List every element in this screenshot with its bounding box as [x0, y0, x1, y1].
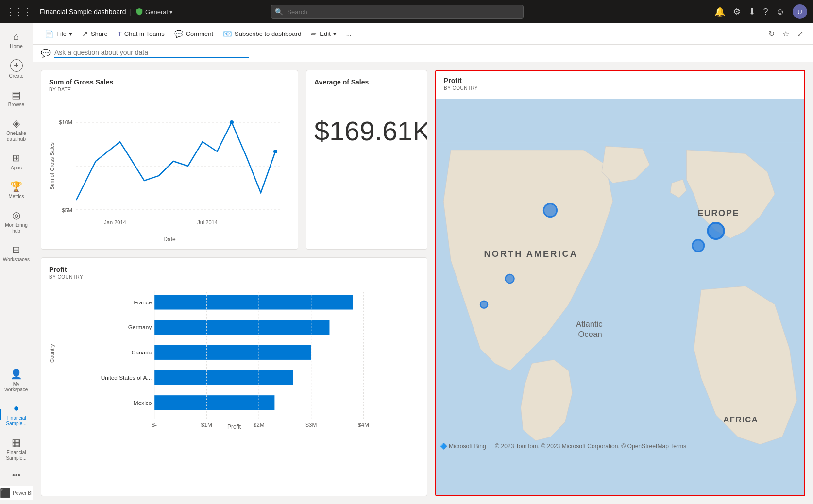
- grid-icon[interactable]: ⋮⋮⋮: [6, 6, 32, 17]
- map-header: Profit BY COUNTRY: [436, 71, 804, 99]
- svg-text:$3M: $3M: [305, 421, 317, 428]
- bar-chart-title: Profit: [49, 266, 419, 273]
- browse-icon: ▤: [12, 89, 21, 101]
- search-input[interactable]: [271, 5, 524, 19]
- favorite-icon[interactable]: ☆: [780, 27, 791, 40]
- comment-label: Comment: [186, 30, 213, 37]
- svg-rect-27: [154, 295, 353, 309]
- map-tile: Profit BY COUNTRY: [435, 70, 805, 496]
- sidebar-item-label: Browse: [8, 102, 24, 108]
- refresh-icon[interactable]: ↻: [766, 27, 777, 40]
- more-options-button[interactable]: ...: [342, 28, 356, 40]
- line-chart-title: Sum of Gross Sales: [49, 78, 290, 86]
- sidebar-item-financial-sample-1[interactable]: ● FinancialSample...: [0, 399, 33, 431]
- dashboard-title: Financial Sample dashboard: [40, 8, 126, 16]
- line-chart-subtitle: BY DATE: [49, 87, 290, 92]
- sidebar-item-onelake[interactable]: ◈ OneLakedata hub: [0, 114, 33, 146]
- main-layout: ⌂ Home + Create ▤ Browse ◈ OneLakedata h…: [0, 23, 813, 504]
- svg-text:Jan 2014: Jan 2014: [104, 219, 126, 225]
- chat-label: Chat in Teams: [124, 30, 165, 37]
- svg-text:$4M: $4M: [358, 421, 369, 428]
- face-icon[interactable]: ☺: [776, 7, 785, 17]
- svg-text:United States of A...: United States of A...: [101, 374, 152, 381]
- powerbi-text: Power BI: [13, 490, 33, 496]
- sidebar-item-create[interactable]: + Create: [0, 55, 33, 83]
- ask-question-input[interactable]: [54, 49, 249, 58]
- file-label: File: [56, 30, 67, 37]
- sidebar-item-browse[interactable]: ▤ Browse: [0, 85, 33, 112]
- subscribe-button[interactable]: 📧 Subscribe to dashboard: [219, 27, 305, 41]
- chevron-down-icon[interactable]: ▾: [169, 8, 173, 16]
- sidebar: ⌂ Home + Create ▤ Browse ◈ OneLakedata h…: [0, 23, 33, 504]
- edit-icon: ✏: [311, 30, 317, 38]
- svg-point-18: [708, 223, 724, 239]
- dashboard: Sum of Gross Sales BY DATE Sum of Gross …: [33, 62, 813, 504]
- teams-icon: T: [118, 30, 122, 38]
- comment-button[interactable]: 💬 Comment: [170, 27, 217, 41]
- sidebar-item-home[interactable]: ⌂ Home: [0, 27, 33, 53]
- avg-sales-value: $169.61K: [314, 115, 419, 147]
- workspaces-icon: ⊟: [12, 244, 20, 255]
- fullscreen-icon[interactable]: ⤢: [795, 27, 805, 40]
- svg-text:$5M: $5M: [62, 207, 72, 213]
- topbar-icons: 🔔 ⚙ ⬇ ? ☺ U: [714, 4, 807, 19]
- more-icon: •••: [12, 471, 20, 480]
- toolbar: 📄 File ▾ ↗ Share T Chat in Teams 💬 Comme…: [33, 23, 813, 45]
- toolbar-right: ↻ ☆ ⤢: [766, 27, 805, 40]
- x-axis-label: Date: [49, 236, 290, 243]
- sidebar-item-label: Workspaces: [3, 257, 30, 263]
- sidebar-item-metrics[interactable]: 🏆 Metrics: [0, 177, 33, 203]
- svg-text:AFRICA: AFRICA: [723, 415, 758, 424]
- svg-text:$2M: $2M: [254, 421, 265, 428]
- svg-text:NORTH AMERICA: NORTH AMERICA: [484, 249, 578, 259]
- svg-text:$10M: $10M: [59, 119, 72, 125]
- share-icon: ↗: [82, 30, 88, 38]
- sidebar-item-label: Monitoringhub: [5, 222, 28, 234]
- topbar-title: Financial Sample dashboard | General ▾: [40, 8, 173, 16]
- svg-point-17: [480, 301, 488, 308]
- edit-button[interactable]: ✏ Edit ▾: [307, 27, 340, 41]
- sidebar-item-monitoring[interactable]: ◎ Monitoringhub: [0, 205, 33, 238]
- sidebar-item-more[interactable]: •••: [0, 467, 33, 484]
- ask-bar: 💬: [33, 45, 813, 62]
- svg-text:Mexico: Mexico: [134, 400, 152, 406]
- svg-rect-29: [154, 345, 311, 360]
- settings-icon[interactable]: ⚙: [733, 6, 741, 17]
- more-icon: ...: [346, 30, 352, 37]
- svg-text:France: France: [134, 299, 152, 306]
- y-axis-label: Sum of Gross Sales: [49, 98, 55, 234]
- subscribe-label: Subscribe to dashboard: [235, 30, 301, 37]
- sidebar-item-label: FinancialSample...: [6, 415, 26, 427]
- sidebar-item-label: Create: [9, 73, 23, 79]
- share-label: Share: [91, 30, 108, 37]
- avatar[interactable]: U: [793, 4, 807, 19]
- chevron-down-icon: ▾: [69, 30, 72, 37]
- svg-rect-30: [154, 370, 293, 385]
- sidebar-item-financial-sample-2[interactable]: ▦ FinancialSample...: [0, 433, 33, 465]
- bar-chart-svg: France Germany Canada United States of A…: [57, 286, 419, 421]
- sidebar-item-my-workspace[interactable]: 👤 Myworkspace: [0, 364, 33, 397]
- sidebar-item-apps[interactable]: ⊞ Apps: [0, 148, 33, 175]
- share-button[interactable]: ↗ Share: [78, 27, 112, 41]
- my-workspace-icon: 👤: [10, 368, 22, 380]
- download-icon[interactable]: ⬇: [748, 6, 756, 17]
- sensitivity-badge[interactable]: General ▾: [136, 8, 173, 16]
- svg-text:Canada: Canada: [132, 349, 152, 356]
- file-button[interactable]: 📄 File ▾: [41, 27, 76, 41]
- avg-sales-tile: Average of Sales $169.61K: [306, 70, 427, 250]
- sidebar-item-workspaces[interactable]: ⊟ Workspaces: [0, 240, 33, 267]
- svg-text:$1M: $1M: [201, 421, 212, 428]
- monitoring-icon: ◎: [12, 209, 20, 221]
- chat-in-teams-button[interactable]: T Chat in Teams: [114, 27, 169, 40]
- help-icon[interactable]: ?: [763, 7, 768, 17]
- edit-label: Edit: [320, 30, 330, 37]
- svg-point-16: [506, 274, 514, 283]
- svg-point-19: [693, 240, 704, 252]
- bar-y-axis-label: Country: [49, 286, 55, 421]
- shield-icon: [136, 8, 143, 16]
- sidebar-item-label: Apps: [11, 165, 22, 171]
- topbar-divider: |: [130, 8, 132, 16]
- svg-rect-28: [154, 320, 330, 335]
- notification-icon[interactable]: 🔔: [714, 6, 725, 17]
- svg-point-7: [230, 120, 234, 124]
